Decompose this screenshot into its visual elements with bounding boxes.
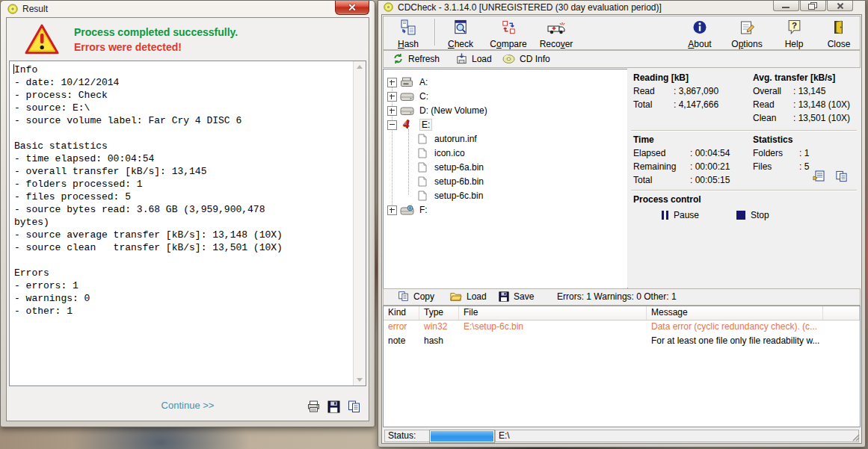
statistics-pane: Reading [kB] Read : 3,867,090 Total : 4,… bbox=[627, 69, 861, 288]
tree-item-file[interactable]: setup-6b.bin bbox=[384, 175, 627, 189]
desktop: Result Process completed successfully. E… bbox=[0, 0, 868, 449]
stat-value: : 13,501 (10X) bbox=[793, 113, 850, 123]
recover-icon bbox=[547, 19, 566, 36]
section-divider bbox=[631, 190, 857, 191]
column-header-type[interactable]: Type bbox=[419, 306, 459, 320]
error-summary: Errors: 1 Warnings: 0 Other: 1 bbox=[557, 291, 677, 302]
stat-label: Read bbox=[753, 99, 775, 110]
stop-button[interactable]: Stop bbox=[736, 210, 769, 220]
expand-plus-icon[interactable] bbox=[387, 106, 397, 116]
tree-item-file[interactable]: setup-6c.bin bbox=[384, 189, 627, 203]
result-titlebar[interactable]: Result bbox=[1, 1, 375, 17]
tree-item-file[interactable]: setup-6a.bin bbox=[384, 161, 627, 175]
column-header-file[interactable]: File bbox=[459, 306, 647, 320]
file-icon bbox=[418, 176, 427, 187]
restore-icon[interactable] bbox=[800, 1, 826, 11]
window-controls bbox=[773, 1, 853, 11]
check-button[interactable]: Check bbox=[437, 17, 484, 51]
hash-button[interactable]: Hash bbox=[385, 17, 431, 51]
reading-section-title: Reading [kB] bbox=[633, 72, 689, 83]
stat-label: Folders bbox=[753, 148, 783, 158]
minimize-icon[interactable] bbox=[773, 1, 799, 11]
cdcheck-window-title: CDCheck - 3.1.14.0 [UNREGISTERED (30 day… bbox=[398, 2, 662, 13]
result-body: Process completed successfully. Errors w… bbox=[6, 17, 369, 421]
warning-icon bbox=[25, 24, 59, 55]
save-icon[interactable] bbox=[327, 400, 340, 413]
save-report-icon[interactable] bbox=[813, 170, 825, 182]
sub-toolbar: Refresh Load CD Info bbox=[383, 50, 861, 68]
print-icon[interactable] bbox=[307, 400, 321, 413]
recover-button[interactable]: Recover bbox=[533, 17, 579, 51]
status-bar: Status: E:\ bbox=[383, 429, 861, 442]
section-divider bbox=[631, 130, 857, 131]
text-caret bbox=[13, 64, 14, 74]
door-icon bbox=[831, 19, 846, 35]
main-toolbar: Hash Check Compare Recover About bbox=[383, 16, 861, 50]
copy-icon[interactable] bbox=[347, 400, 361, 413]
load-button[interactable]: Load bbox=[456, 52, 492, 65]
file-icon bbox=[418, 191, 427, 201]
stop-icon bbox=[736, 211, 745, 220]
tree-item-drive-e[interactable]: 4 E: bbox=[384, 118, 627, 132]
tree-item-drive-d[interactable]: D: (New Volume) bbox=[384, 104, 627, 118]
tree-item-drive-c[interactable]: C: bbox=[384, 90, 627, 104]
check-icon bbox=[452, 19, 470, 36]
stat-label: Overall bbox=[753, 86, 781, 96]
log-row-note[interactable]: note hash For at least one file only fil… bbox=[384, 334, 860, 348]
svg-text:?: ? bbox=[791, 21, 796, 30]
compare-button[interactable]: Compare bbox=[485, 17, 532, 51]
result-window: Result Process completed successfully. E… bbox=[0, 0, 375, 427]
resize-grip[interactable] bbox=[851, 433, 860, 442]
cd-app-icon bbox=[384, 2, 393, 12]
stat-label: Total bbox=[633, 99, 652, 110]
stat-value: : 13,145 bbox=[793, 86, 825, 96]
tree-item-file[interactable]: icon.ico bbox=[384, 146, 627, 161]
column-header-filler bbox=[823, 306, 860, 320]
collapse-minus-icon[interactable] bbox=[387, 120, 397, 130]
pause-button[interactable]: Pause bbox=[662, 210, 699, 220]
scroll-down-icon[interactable] bbox=[357, 378, 363, 382]
tree-item-drive-a[interactable]: A: bbox=[384, 75, 627, 90]
log-load-button[interactable]: Load bbox=[450, 290, 487, 303]
stat-label: Clean bbox=[753, 113, 776, 123]
close-icon[interactable] bbox=[335, 1, 369, 15]
file-icon bbox=[418, 134, 427, 144]
log-row-error[interactable]: error win32 E:\setup-6c.bin Data error (… bbox=[384, 320, 860, 334]
avg-transfer-section-title: Avg. transfer [kB/s] bbox=[753, 72, 835, 83]
cd-icon bbox=[502, 54, 515, 64]
info-icon bbox=[692, 19, 707, 35]
tree-item-file[interactable]: autorun.inf bbox=[384, 132, 627, 146]
status-path: E:\ bbox=[495, 430, 859, 442]
close-app-button[interactable]: Close bbox=[816, 17, 862, 51]
stat-value: : 4,147,666 bbox=[674, 99, 718, 110]
close-icon[interactable] bbox=[827, 1, 853, 11]
copy-icon bbox=[398, 291, 409, 302]
open-folder-icon bbox=[450, 291, 462, 301]
copy-icon[interactable] bbox=[835, 170, 848, 182]
floppy-drive-icon bbox=[400, 77, 414, 88]
about-button[interactable]: About bbox=[677, 17, 723, 51]
toolbar-separator bbox=[434, 19, 435, 46]
tree-item-drive-f[interactable]: F: bbox=[384, 203, 627, 217]
stat-value: : 00:00:21 bbox=[690, 161, 730, 172]
expand-plus-icon[interactable] bbox=[387, 92, 397, 102]
stat-label: Elapsed bbox=[633, 148, 665, 158]
scroll-up-icon[interactable] bbox=[357, 65, 363, 69]
options-button[interactable]: Options bbox=[724, 17, 770, 51]
refresh-button[interactable]: Refresh bbox=[393, 52, 440, 65]
log-save-button[interactable]: Save bbox=[499, 290, 534, 303]
expand-plus-icon[interactable] bbox=[387, 78, 397, 87]
column-header-kind[interactable]: Kind bbox=[384, 306, 419, 320]
report-textarea[interactable]: Info - date: 10/12/2014 - process: Check… bbox=[9, 61, 366, 386]
log-copy-button[interactable]: Copy bbox=[398, 290, 434, 303]
drive-tree: A: C: D: (New Volume) 4 E: bbox=[383, 69, 628, 289]
refresh-icon bbox=[393, 53, 404, 64]
column-header-message[interactable]: Message bbox=[647, 306, 823, 320]
report-scrollbar[interactable] bbox=[353, 61, 366, 385]
cd-info-button[interactable]: CD Info bbox=[502, 52, 550, 65]
help-button[interactable]: ? Help bbox=[771, 17, 817, 51]
expand-plus-icon[interactable] bbox=[387, 205, 397, 215]
stat-value: : 00:05:15 bbox=[690, 175, 730, 185]
file-icon bbox=[418, 162, 427, 173]
stat-label: Total bbox=[633, 175, 652, 185]
